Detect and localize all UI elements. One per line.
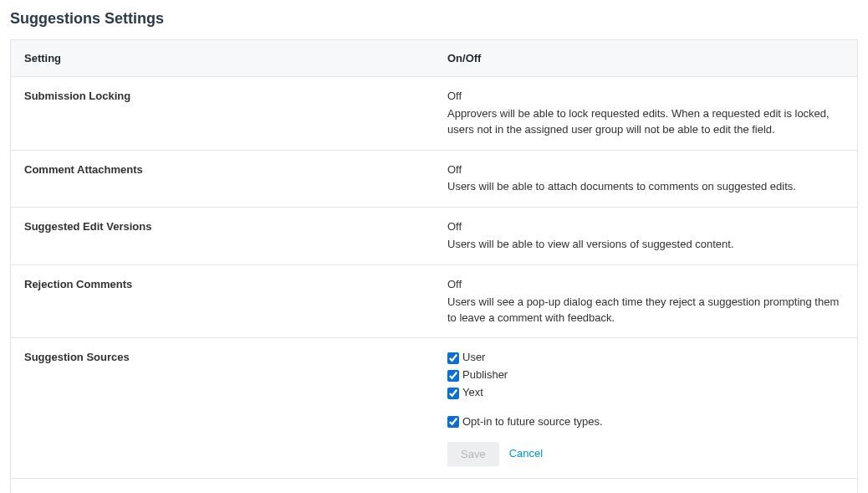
checkbox-row-optin: Opt-in to future source types. (447, 414, 844, 430)
row-submission-locking: Submission Locking Off Approvers will be… (11, 77, 858, 151)
label-optin[interactable]: Opt-in to future source types. (462, 414, 603, 430)
checkbox-publisher[interactable] (447, 370, 459, 382)
setting-name-rejection-comments: Rejection Comments (11, 264, 435, 338)
desc-submission-locking: Approvers will be able to lock requested… (447, 106, 844, 138)
save-button[interactable]: Save (447, 442, 499, 466)
label-publisher[interactable]: Publisher (462, 367, 508, 383)
column-header-setting: Setting (11, 40, 435, 77)
label-yext[interactable]: Yext (462, 385, 483, 401)
setting-name-submission-locking: Submission Locking (11, 77, 435, 151)
status-submission-locking: Off (447, 89, 844, 105)
status-rejection-comments: Off (447, 277, 844, 293)
row-suggested-edit-versions: Suggested Edit Versions Off Users will b… (11, 208, 858, 265)
checkbox-row-publisher: Publisher (447, 367, 844, 383)
column-header-onoff: On/Off (434, 40, 858, 77)
setting-value-suggested-edit-versions[interactable]: Off Users will be able to view all versi… (434, 208, 858, 265)
row-suggestion-sources: Suggestion Sources User Publisher Yext O… (11, 338, 858, 478)
cancel-link[interactable]: Cancel (509, 446, 543, 462)
table-header-row: Setting On/Off (11, 40, 858, 77)
row-rejection-comments: Rejection Comments Off Users will see a … (11, 264, 858, 338)
status-suggested-edit-versions: Off (447, 219, 844, 235)
label-user[interactable]: User (462, 350, 485, 366)
checkbox-yext[interactable] (447, 388, 459, 399)
checkbox-user[interactable] (447, 352, 459, 364)
checkbox-optin[interactable] (447, 416, 459, 428)
setting-value-rejection-comments[interactable]: Off Users will see a pop-up dialog each … (434, 264, 858, 338)
setting-name-fallback-assignee: Fallback Assignee (11, 478, 435, 493)
setting-value-fallback-assignee[interactable]: Unassigned If a user or user group is de… (434, 478, 858, 493)
setting-value-comment-attachments[interactable]: Off Users will be able to attach documen… (434, 150, 858, 208)
desc-rejection-comments: Users will see a pop-up dialog each time… (447, 295, 844, 326)
setting-name-suggested-edit-versions: Suggested Edit Versions (11, 208, 435, 265)
setting-value-suggestion-sources: User Publisher Yext Opt-in to future sou… (434, 338, 858, 478)
row-comment-attachments: Comment Attachments Off Users will be ab… (11, 150, 858, 208)
status-comment-attachments: Off (447, 162, 844, 178)
checkbox-row-user: User (447, 350, 844, 366)
row-fallback-assignee: Fallback Assignee Unassigned If a user o… (11, 478, 858, 493)
desc-suggested-edit-versions: Users will be able to view all versions … (447, 237, 844, 253)
setting-name-comment-attachments: Comment Attachments (11, 150, 435, 208)
desc-comment-attachments: Users will be able to attach documents t… (447, 179, 844, 195)
page-title: Suggestions Settings (10, 10, 858, 28)
settings-table: Setting On/Off Submission Locking Off Ap… (10, 39, 858, 493)
setting-name-suggestion-sources: Suggestion Sources (11, 338, 435, 478)
checkbox-row-yext: Yext (447, 385, 844, 401)
setting-value-submission-locking[interactable]: Off Approvers will be able to lock reque… (434, 77, 858, 151)
button-row-suggestion-sources: Save Cancel (447, 442, 844, 466)
